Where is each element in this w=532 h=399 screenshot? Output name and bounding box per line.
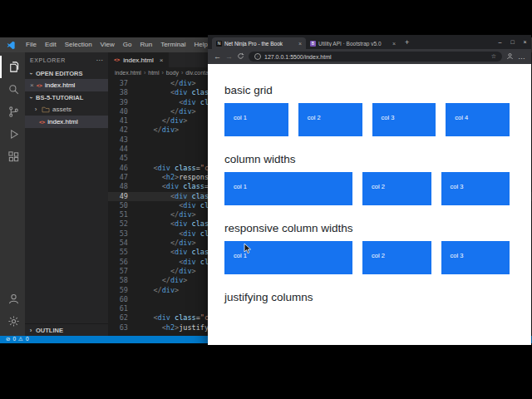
open-editor-item[interactable]: ×<>index.html <box>25 79 108 91</box>
browser-menu-icon[interactable]: … <box>518 53 525 61</box>
breadcrumb-item[interactable]: body <box>166 70 179 76</box>
run-debug-icon <box>7 128 20 140</box>
minimize-button[interactable]: – <box>494 35 506 49</box>
section-justifying-columns: justifying columns <box>224 291 515 303</box>
line-number: 59 <box>108 286 136 295</box>
open-editors-header[interactable]: › OPEN EDITORS <box>25 67 108 79</box>
menu-view[interactable]: View <box>96 37 119 52</box>
tree-item-label: assets <box>52 106 71 113</box>
browser-tab-2[interactable]: BUtility API · Bootstrap v5.0× <box>306 37 400 49</box>
folder-label: BS-5-TUTORIAL <box>36 94 83 101</box>
outline-header[interactable]: › OUTLINE <box>25 323 108 336</box>
folder-header[interactable]: › BS-5-TUTORIAL <box>25 91 108 103</box>
tab-close-icon[interactable]: × <box>298 41 302 47</box>
line-number: 41 <box>108 116 136 126</box>
activity-source-control-button[interactable] <box>0 101 25 123</box>
line-number: 49 <box>108 192 136 201</box>
activity-settings-button[interactable] <box>0 310 25 332</box>
close-editor-icon[interactable]: × <box>30 81 34 89</box>
grid-col-box: col 2 <box>362 172 431 205</box>
section-heading: justifying columns <box>224 291 515 303</box>
grid-row: col 1col 2col 3 <box>224 241 510 274</box>
tab-title: Utility API · Bootstrap v5.0 <box>318 41 390 47</box>
grid-row: col 1col 2col 3 <box>224 172 510 205</box>
section-heading: column widths <box>224 153 515 165</box>
new-tab-button[interactable]: + <box>400 38 414 47</box>
window-controls: – □ × <box>494 35 531 49</box>
close-button[interactable]: × <box>519 35 531 49</box>
address-bar[interactable]: i 127.0.0.1:5500/index.html ☆ <box>249 52 502 62</box>
chevron-right-icon: › <box>32 106 39 113</box>
code-text <box>136 135 140 145</box>
menu-selection[interactable]: Selection <box>61 37 96 52</box>
menu-terminal[interactable]: Terminal <box>156 37 190 52</box>
line-number: 57 <box>108 267 136 276</box>
browser-toolbar: ← → i 127.0.0.1:5500/index.html ☆ … <box>208 49 531 64</box>
section-basic-grid: basic gridcol 1col 2col 3col 4 <box>224 84 515 136</box>
problems-indicator[interactable]: ⊘ 0 ⚠ 0 <box>6 337 29 342</box>
tree-item-label: index.html <box>47 118 77 126</box>
editor-tab-index-html[interactable]: <> index.html × <box>108 52 169 67</box>
menu-go[interactable]: Go <box>119 37 136 52</box>
maximize-button[interactable]: □ <box>506 35 519 49</box>
section-heading: basic grid <box>224 84 515 96</box>
section-responsive-column-widths: responsive column widthscol 1col 2col 3 <box>224 222 515 274</box>
browser-tab-1[interactable]: NNet Ninja Pro - the Book× <box>212 37 306 49</box>
activity-search-button[interactable] <box>0 78 25 101</box>
breadcrumb-item[interactable]: html <box>148 70 159 76</box>
chevron-right-icon: › <box>27 327 34 334</box>
file-tree: ›assets<>index.html <box>25 103 108 128</box>
editor-tab-label: index.html <box>123 57 153 64</box>
line-number: 38 <box>108 88 136 97</box>
code-text: </div> <box>136 116 187 126</box>
html-file-icon: <> <box>39 120 45 125</box>
line-number: 43 <box>108 135 136 145</box>
tab-close-icon[interactable]: × <box>160 57 164 64</box>
activity-spacer <box>0 168 25 288</box>
line-number: 37 <box>108 79 136 88</box>
menu-run[interactable]: Run <box>135 37 156 52</box>
browser-tabs: NNet Ninja Pro - the Book×BUtility API ·… <box>212 35 400 49</box>
activity-account-button[interactable] <box>0 288 25 310</box>
explorer-actions-icon[interactable]: ⋯ <box>96 57 103 64</box>
menu-edit[interactable]: Edit <box>41 37 61 52</box>
line-number: 54 <box>108 239 136 248</box>
activity-extensions-button[interactable] <box>0 145 25 168</box>
line-number: 47 <box>108 173 136 182</box>
tree-file-index.html[interactable]: <>index.html <box>25 116 108 128</box>
code-text: </div> <box>136 239 196 248</box>
breadcrumb-separator-icon: › <box>161 70 163 76</box>
back-button[interactable]: ← <box>214 53 221 61</box>
tab-favicon: B <box>310 41 316 47</box>
browser-tab-bar: NNet Ninja Pro - the Book×BUtility API ·… <box>208 35 531 49</box>
code-text: </div> <box>136 267 196 276</box>
refresh-icon[interactable] <box>237 52 244 62</box>
breadcrumb-item[interactable]: index.html <box>115 70 141 76</box>
favorite-icon[interactable]: ☆ <box>491 53 496 60</box>
tree-folder-assets[interactable]: ›assets <box>25 103 108 116</box>
line-number: 44 <box>108 145 136 154</box>
line-number: 62 <box>108 313 136 323</box>
profile-icon[interactable] <box>506 52 514 62</box>
forward-button[interactable]: → <box>225 53 233 61</box>
line-number: 42 <box>108 126 136 135</box>
line-number: 52 <box>108 219 136 229</box>
errors-count: 0 <box>12 337 16 342</box>
browser-window: NNet Ninja Pro - the Book×BUtility API ·… <box>208 35 531 345</box>
settings-gear-icon <box>7 315 20 328</box>
activity-explorer-button[interactable] <box>0 56 25 78</box>
activity-run-debug-button[interactable] <box>0 123 25 145</box>
tab-close-icon[interactable]: × <box>392 41 396 47</box>
line-number: 56 <box>108 258 136 267</box>
sidebar: EXPLORER ⋯ › OPEN EDITORS ×<>index.html … <box>25 52 108 336</box>
menu-file[interactable]: File <box>22 37 41 52</box>
code-text: </div> <box>136 210 196 219</box>
html-file-icon: <> <box>37 83 42 88</box>
code-text: </div> <box>136 126 179 135</box>
line-number: 39 <box>108 98 136 107</box>
line-number: 55 <box>108 248 136 257</box>
site-info-icon[interactable]: i <box>254 53 261 60</box>
files-icon <box>7 61 20 73</box>
url-text: 127.0.0.1:5500/index.html <box>264 54 488 60</box>
grid-col-box: col 2 <box>298 103 362 136</box>
